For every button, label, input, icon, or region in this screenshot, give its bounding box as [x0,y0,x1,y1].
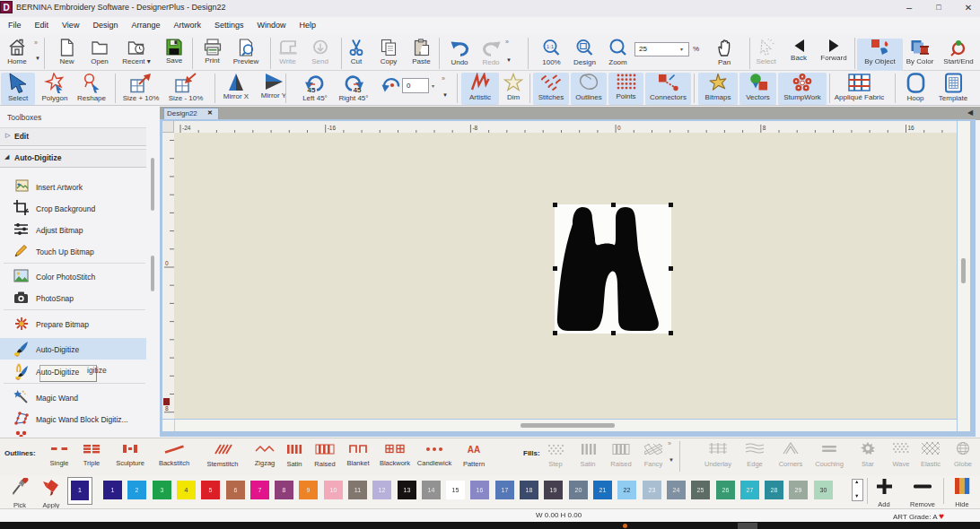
svg-text:0: 0 [165,260,169,266]
svg-text:0: 0 [617,125,621,131]
svg-text:-8: -8 [472,125,477,131]
svg-text:1:1: 1:1 [547,43,555,49]
svg-text:16: 16 [908,125,915,131]
svg-text:-24: -24 [182,125,191,131]
svg-text:-16: -16 [328,125,337,131]
svg-text:45: 45 [308,86,316,93]
svg-text:45: 45 [354,86,362,93]
svg-text:AA: AA [468,445,480,455]
svg-text:8: 8 [763,125,766,131]
svg-text:8: 8 [165,405,169,412]
